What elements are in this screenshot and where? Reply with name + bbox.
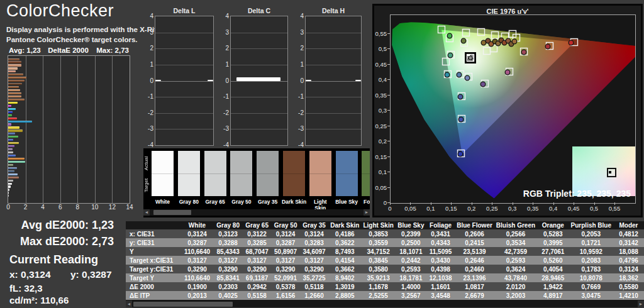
y-tick-label: -2	[143, 109, 153, 116]
cie-y-tick	[387, 141, 390, 141]
gridline	[231, 129, 287, 129]
table-cell: 0,3124	[271, 229, 299, 238]
table-cell: 18,088	[613, 247, 644, 256]
row-label: Y	[126, 247, 181, 256]
gridline	[155, 65, 213, 65]
table-cell: 2,0120	[494, 282, 537, 291]
delta-chart-c: Delta C43210-1-2-3-4	[230, 0, 288, 146]
de2000-bar	[8, 114, 12, 116]
swatch-foliage	[362, 151, 370, 196]
scroll-right-icon[interactable]: ►	[638, 300, 644, 307]
table-cell: 1,6156	[271, 291, 299, 300]
table-cell: 0,2593	[494, 256, 537, 265]
table-cell: 0,2442	[396, 256, 426, 265]
cie-y-tick	[387, 172, 390, 172]
table-cell: 23,5139	[455, 247, 494, 256]
gridline	[155, 97, 213, 97]
y-tick-label: 3	[294, 28, 304, 35]
table-cell: 0,3853	[361, 229, 395, 238]
x-tick-label: 12	[109, 204, 116, 211]
scroll-left-icon[interactable]: ◄	[143, 209, 150, 216]
delta-chart-title: Delta H	[305, 7, 362, 14]
table-cell: 0,3290	[300, 265, 328, 273]
current-reading-heading: Current Reading	[9, 253, 98, 267]
table-cell: 0,3288	[213, 238, 243, 247]
de2000-bar	[8, 151, 13, 153]
page-subtitle: Display analysis is performed with the X…	[6, 25, 163, 45]
x-tick-label: 14	[126, 204, 133, 211]
delta-value-bar	[236, 77, 280, 80]
table-row: y: CIE310,32870,32880,32850,32870,32830,…	[126, 238, 644, 247]
cie-y-tick	[387, 95, 390, 96]
table-scrollbar-thumb[interactable]	[133, 302, 233, 307]
y-tick-label: 1	[294, 60, 304, 67]
gridline	[231, 81, 287, 82]
swatch-split-line	[152, 173, 174, 174]
cie-measured-dot	[545, 44, 550, 49]
table-cell: 0,3290	[181, 265, 214, 273]
swatch-scrollbar[interactable]: ◄ ►	[143, 209, 370, 216]
scroll-right-icon[interactable]: ►	[364, 209, 370, 216]
de2000-bar	[8, 158, 25, 160]
column-header: Light Skin	[361, 221, 395, 229]
table-cell: 0,4796	[613, 256, 644, 265]
de2000-bar	[8, 145, 14, 147]
table-cell: 0,2399	[396, 229, 426, 238]
table-cell: 0,5260	[537, 256, 569, 265]
table-scrollbar[interactable]: ◄ ►	[126, 300, 644, 307]
table-cell: 0,3430	[426, 256, 455, 265]
target-row-label: Target	[143, 175, 150, 196]
table-cell: 2,6679	[455, 291, 494, 300]
gridline	[43, 56, 43, 203]
column-header: Dark Skin	[328, 221, 361, 229]
cie-x-tick	[431, 202, 431, 205]
table-cell: 0,1721	[569, 238, 613, 247]
white-point-dot-icon	[609, 171, 611, 173]
table-cell: 110,6640	[181, 273, 214, 282]
de2000-bar	[8, 136, 18, 138]
column-header: Blue Flower	[455, 221, 494, 229]
de2000-bar	[8, 77, 26, 79]
table-row: Target y:CIE310,32900,32900,32900,32900,…	[126, 265, 644, 273]
delta-chart-h: Delta H43210-1-2-3-4	[305, 0, 362, 146]
cie-y-tick-label: 0,1	[374, 168, 387, 175]
table-cell: 34,6097	[300, 247, 328, 256]
swatch-label: Gray 35	[255, 199, 280, 205]
de2000-bar	[8, 70, 16, 72]
swatch-label: Gray 50	[228, 199, 254, 205]
table-cell: 1,3019	[328, 282, 361, 291]
cie-y-tick	[387, 33, 390, 34]
swatch-blue-sky	[336, 151, 358, 196]
swatch-split-line	[178, 173, 200, 174]
table-cell: 0,2415	[455, 238, 494, 247]
table-cell: 0,3127	[181, 256, 214, 265]
table-cell: 8,9402	[328, 273, 361, 282]
column-header: Blue Sky	[396, 221, 426, 229]
table-cell: 0,1783	[569, 265, 613, 273]
table-cell: 0,3662	[328, 265, 361, 273]
y-tick-label: 4	[219, 13, 229, 19]
de2000-bar	[8, 80, 25, 82]
scroll-left-icon[interactable]: ◄	[126, 300, 132, 307]
gridline	[306, 48, 361, 49]
swatch-label: Gray 80	[176, 199, 202, 205]
cie-measured-dot	[458, 117, 464, 122]
cie-x-tick	[553, 202, 554, 205]
table-cell: 0,3127	[271, 256, 299, 265]
y-tick-label: 2	[294, 45, 304, 52]
column-header: Orange	[537, 221, 569, 229]
de2000-bar	[8, 123, 11, 125]
delta-chart-l: Delta L43210-1-2-3-4	[155, 0, 214, 146]
swatch-scrollbar-thumb[interactable]	[153, 210, 191, 215]
table-cell: 0,3290	[213, 265, 243, 273]
y-tick-label: -4	[143, 141, 153, 148]
cie-x-tick-label: 0,55	[609, 205, 621, 212]
gridline	[60, 56, 61, 203]
cie-measured-dot	[458, 151, 463, 157]
table-cell: 0,2460	[455, 265, 494, 273]
table-cell: 2,8805	[328, 291, 361, 300]
actual-row-label: Actual	[143, 153, 150, 174]
table-cell: 0,2013	[181, 291, 214, 300]
table-cell: 0,3124	[181, 229, 214, 238]
table-cell: 0,2593	[396, 265, 426, 273]
